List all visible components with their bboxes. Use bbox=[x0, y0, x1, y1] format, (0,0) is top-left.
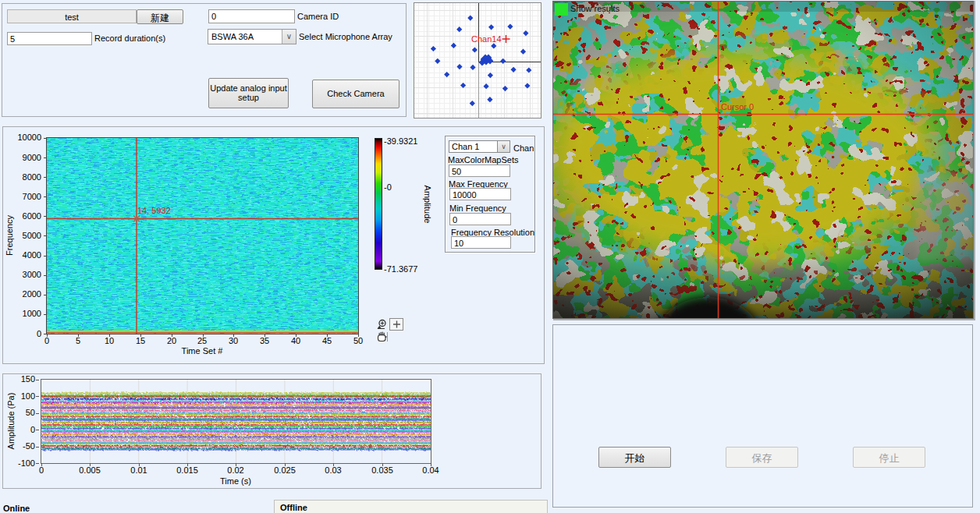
svg-text:Chan14: Chan14 bbox=[471, 34, 502, 44]
svg-text:Show results: Show results bbox=[570, 4, 620, 13]
svg-text:14, 5932: 14, 5932 bbox=[137, 206, 171, 215]
svg-text:Cursor 0: Cursor 0 bbox=[721, 102, 754, 111]
